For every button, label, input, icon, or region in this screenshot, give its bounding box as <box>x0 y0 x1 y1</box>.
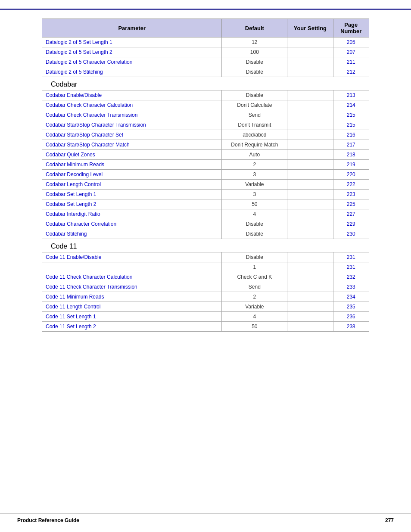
param-page[interactable]: 234 <box>333 292 369 302</box>
param-name[interactable]: Codabar Check Character Transmission <box>42 110 222 120</box>
footer-page-number: 277 <box>385 517 394 523</box>
param-name[interactable]: Codabar Start/Stop Character Match <box>42 140 222 150</box>
param-your-setting[interactable] <box>287 130 333 140</box>
param-your-setting[interactable] <box>287 252 333 262</box>
param-your-setting[interactable] <box>287 302 333 312</box>
param-page[interactable]: 218 <box>333 150 369 160</box>
param-page[interactable]: 225 <box>333 199 369 209</box>
param-page[interactable]: 205 <box>333 37 369 47</box>
param-your-setting[interactable] <box>287 262 333 272</box>
param-page[interactable]: 211 <box>333 57 369 67</box>
reference-table: Parameter Default Your Setting Page Numb… <box>42 19 369 332</box>
param-default: 50 <box>222 322 287 332</box>
param-page[interactable]: 217 <box>333 140 369 150</box>
param-your-setting[interactable] <box>287 180 333 190</box>
table-row: Datalogic 2 of 5 Set Length 2100207 <box>42 47 369 57</box>
param-your-setting[interactable] <box>287 219 333 229</box>
param-your-setting[interactable] <box>287 140 333 150</box>
param-name[interactable] <box>42 262 222 272</box>
param-your-setting[interactable] <box>287 190 333 199</box>
param-page[interactable]: 219 <box>333 160 369 170</box>
param-page[interactable]: 238 <box>333 322 369 332</box>
param-name[interactable]: Code 11 Minimum Reads <box>42 292 222 302</box>
param-page[interactable]: 223 <box>333 190 369 199</box>
param-name[interactable]: Code 11 Enable/Disable <box>42 252 222 262</box>
param-name[interactable]: Codabar Stitching <box>42 229 222 239</box>
param-name[interactable]: Code 11 Set Length 2 <box>42 322 222 332</box>
param-name[interactable]: Datalogic 2 of 5 Set Length 1 <box>42 37 222 47</box>
param-name[interactable]: Codabar Character Correlation <box>42 219 222 229</box>
param-page[interactable]: 227 <box>333 209 369 219</box>
param-page[interactable]: 233 <box>333 282 369 292</box>
param-name[interactable]: Code 11 Length Control <box>42 302 222 312</box>
table-row: Codabar StitchingDisable230 <box>42 229 369 239</box>
param-your-setting[interactable] <box>287 199 333 209</box>
param-name[interactable]: Datalogic 2 of 5 Character Correlation <box>42 57 222 67</box>
param-your-setting[interactable] <box>287 160 333 170</box>
param-your-setting[interactable] <box>287 229 333 239</box>
param-default: 3 <box>222 190 287 199</box>
param-your-setting[interactable] <box>287 170 333 180</box>
param-page[interactable]: 213 <box>333 90 369 100</box>
param-name[interactable]: Code 11 Check Character Transmission <box>42 282 222 292</box>
param-page[interactable]: 212 <box>333 67 369 77</box>
param-name[interactable]: Codabar Length Control <box>42 180 222 190</box>
param-page[interactable]: 231 <box>333 252 369 262</box>
param-name[interactable]: Codabar Start/Stop Character Transmissio… <box>42 120 222 130</box>
param-your-setting[interactable] <box>287 57 333 67</box>
param-your-setting[interactable] <box>287 110 333 120</box>
param-your-setting[interactable] <box>287 282 333 292</box>
param-page[interactable]: 229 <box>333 219 369 229</box>
param-your-setting[interactable] <box>287 272 333 282</box>
param-default: Disable <box>222 57 287 67</box>
param-name[interactable]: Codabar Set Length 1 <box>42 190 222 199</box>
param-page[interactable]: 222 <box>333 180 369 190</box>
param-your-setting[interactable] <box>287 292 333 302</box>
param-your-setting[interactable] <box>287 322 333 332</box>
param-page[interactable]: 207 <box>333 47 369 57</box>
param-name[interactable]: Codabar Check Character Calculation <box>42 100 222 110</box>
param-name[interactable]: Code 11 Check Character Calculation <box>42 272 222 282</box>
param-default: Disable <box>222 219 287 229</box>
param-your-setting[interactable] <box>287 150 333 160</box>
param-name[interactable]: Codabar Minimum Reads <box>42 160 222 170</box>
param-page[interactable]: 235 <box>333 302 369 312</box>
param-page[interactable]: 220 <box>333 170 369 180</box>
param-your-setting[interactable] <box>287 47 333 57</box>
param-name[interactable]: Codabar Set Length 2 <box>42 199 222 209</box>
param-your-setting[interactable] <box>287 90 333 100</box>
table-row: Code 11 Minimum Reads2234 <box>42 292 369 302</box>
table-row: Codabar Length ControlVariable222 <box>42 180 369 190</box>
param-default: Disable <box>222 252 287 262</box>
param-your-setting[interactable] <box>287 312 333 322</box>
param-your-setting[interactable] <box>287 120 333 130</box>
param-name[interactable]: Codabar Enable/Disable <box>42 90 222 100</box>
param-page[interactable]: 214 <box>333 100 369 110</box>
param-page[interactable]: 236 <box>333 312 369 322</box>
param-your-setting[interactable] <box>287 209 333 219</box>
page: Parameter Default Your Setting Page Numb… <box>0 0 411 532</box>
param-name[interactable]: Datalogic 2 of 5 Stitching <box>42 67 222 77</box>
table-row: Code 11 Length ControlVariable235 <box>42 302 369 312</box>
param-name[interactable]: Codabar Interdigit Ratio <box>42 209 222 219</box>
param-name[interactable]: Code 11 Set Length 1 <box>42 312 222 322</box>
section-header-cell: Codabar <box>42 77 369 90</box>
param-your-setting[interactable] <box>287 37 333 47</box>
table-row: Codabar Start/Stop Character MatchDon't … <box>42 140 369 150</box>
table-row: Codabar Set Length 250225 <box>42 199 369 209</box>
table-row: Codabar Start/Stop Character Transmissio… <box>42 120 369 130</box>
param-page[interactable]: 215 <box>333 110 369 120</box>
param-page[interactable]: 230 <box>333 229 369 239</box>
param-page[interactable]: 231 <box>333 262 369 272</box>
param-name[interactable]: Codabar Start/Stop Character Set <box>42 130 222 140</box>
param-your-setting[interactable] <box>287 100 333 110</box>
param-page[interactable]: 215 <box>333 120 369 130</box>
table-row: Codabar Character CorrelationDisable229 <box>42 219 369 229</box>
param-page[interactable]: 216 <box>333 130 369 140</box>
param-name[interactable]: Codabar Decoding Level <box>42 170 222 180</box>
param-name[interactable]: Codabar Quiet Zones <box>42 150 222 160</box>
param-name[interactable]: Datalogic 2 of 5 Set Length 2 <box>42 47 222 57</box>
param-page[interactable]: 232 <box>333 272 369 282</box>
param-your-setting[interactable] <box>287 67 333 77</box>
param-default: Disable <box>222 90 287 100</box>
